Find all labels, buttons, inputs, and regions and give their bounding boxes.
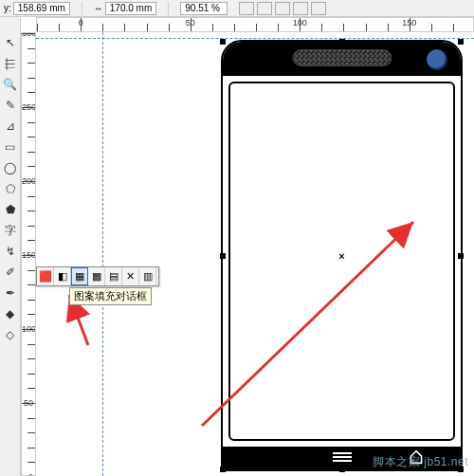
toolbox: ↖⬱🔍✎⊿▭◯⬠⬟字↯✐✒◆◇ — [0, 17, 21, 476]
zoom-tool[interactable]: 🔍 — [2, 76, 19, 93]
transform-icons — [239, 2, 326, 15]
outline-tool[interactable]: ✒ — [2, 284, 19, 302]
speaker-grille-icon — [292, 49, 392, 66]
freehand-tool[interactable]: ✎ — [2, 97, 19, 114]
texture-fill-button[interactable]: ▩ — [88, 267, 105, 285]
shape-tool[interactable]: ⬱ — [2, 55, 19, 72]
sel-handle-e[interactable] — [458, 253, 464, 259]
pick-tool[interactable]: ↖ — [2, 34, 19, 51]
smart-drawing-tool[interactable]: ⊿ — [2, 118, 19, 135]
text-tool[interactable]: 字 — [2, 222, 19, 239]
front-camera-icon — [427, 49, 447, 70]
rotate-right-icon[interactable] — [257, 2, 272, 15]
ellipse-tool[interactable]: ◯ — [2, 159, 19, 176]
no-fill-button[interactable]: ✕ — [122, 267, 139, 285]
sel-handle-sw[interactable] — [220, 467, 226, 472]
polygon-tool[interactable]: ⬠ — [2, 180, 19, 197]
y-label: y: — [4, 3, 11, 13]
tooltip: 图案填充对话框 — [69, 287, 152, 305]
width-value[interactable]: 170.0 mm — [105, 2, 156, 15]
property-bar: y: 158.69 mm ↔ 170.0 mm 90.51 % — [0, 0, 474, 17]
postscript-fill-button[interactable]: ▤ — [105, 267, 122, 285]
color-docker-button[interactable]: ▥ — [139, 267, 156, 285]
watermark: 脚本之家 jb51.net — [373, 454, 468, 470]
interactive-fill-tool[interactable]: ◇ — [2, 326, 19, 343]
y-value[interactable]: 158.69 mm — [13, 2, 70, 15]
fountain-fill-button[interactable]: ◧ — [54, 267, 71, 285]
eyedropper-tool[interactable]: ✐ — [2, 264, 19, 281]
phone-screen-rect — [228, 82, 455, 441]
sel-handle-w[interactable] — [220, 253, 226, 259]
sel-handle-nw[interactable] — [220, 39, 226, 45]
sel-handle-n[interactable] — [339, 39, 345, 45]
distribute-icon[interactable] — [311, 2, 326, 15]
horizontal-guide[interactable] — [36, 38, 474, 39]
fill-tool[interactable]: ◆ — [2, 305, 19, 322]
pattern-fill-button[interactable]: ▦ — [71, 267, 88, 285]
mirror-h-icon[interactable] — [275, 2, 290, 15]
rotate-left-icon[interactable] — [239, 2, 254, 15]
rectangle-tool[interactable]: ▭ — [2, 138, 19, 156]
vertical-guide[interactable] — [102, 32, 103, 476]
align-icon[interactable] — [293, 2, 308, 15]
interactive-blend-tool[interactable]: ↯ — [2, 243, 19, 260]
vertical-ruler[interactable]: 050100150200250300 — [21, 32, 36, 476]
sel-handle-ne[interactable] — [458, 39, 464, 45]
width-label: ↔ — [94, 3, 103, 13]
drawing-canvas[interactable]: × — [36, 32, 474, 476]
sel-handle-s[interactable] — [339, 467, 345, 472]
fill-flyout[interactable]: 🟥◧▦▩▤✕▥ — [36, 266, 159, 286]
menu-icon — [333, 452, 352, 462]
selection-center-icon: × — [338, 250, 344, 262]
zoom-value[interactable]: 90.51 % — [180, 2, 228, 15]
horizontal-ruler[interactable]: 050100150 — [36, 17, 474, 32]
phone-object[interactable]: × — [221, 40, 463, 471]
phone-top-bezel — [223, 42, 461, 76]
basic-shapes-tool[interactable]: ⬟ — [2, 201, 19, 218]
uniform-fill-button[interactable]: 🟥 — [37, 267, 54, 285]
